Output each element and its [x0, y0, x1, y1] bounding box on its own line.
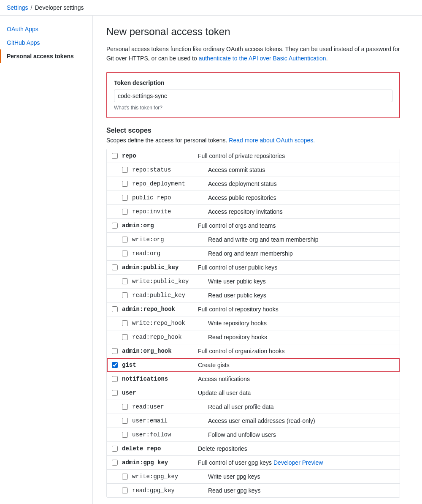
scope-name-user: user [122, 390, 198, 396]
scope-name-user-follow: user:follow [132, 431, 208, 438]
token-description-label: Token description [114, 79, 392, 86]
scope-group-admin-public-key: admin:public_key Full control of user pu… [107, 261, 400, 302]
scope-row-repo-deployment: repo_deployment Access deployment status [107, 177, 400, 191]
scope-desc-public-repo: Access public repositories [208, 194, 395, 201]
scope-desc-admin-org: Full control of orgs and teams [198, 222, 395, 229]
scope-checkbox-repo-status[interactable] [122, 167, 128, 173]
scope-desc-repo-status: Access commit status [208, 166, 395, 173]
scope-desc-repo-invite: Access repository invitations [208, 208, 395, 215]
scope-checkbox-write-repo-hook[interactable] [122, 320, 128, 326]
breadcrumb-settings-link[interactable]: Settings [7, 4, 28, 11]
scope-checkbox-admin-org-hook[interactable] [112, 348, 118, 354]
scope-checkbox-admin-gpg-key[interactable] [112, 460, 118, 466]
scope-name-write-repo-hook: write:repo_hook [132, 320, 208, 327]
sidebar-item-oauth-apps[interactable]: OAuth Apps [0, 22, 92, 36]
scopes-table: repo Full control of private repositorie… [106, 149, 400, 498]
scope-name-read-repo-hook: read:repo_hook [132, 334, 208, 341]
breadcrumb-separator: / [31, 4, 32, 11]
select-scopes-title: Select scopes [106, 127, 400, 134]
scope-desc-admin-public-key: Full control of user public keys [198, 264, 395, 271]
scope-checkbox-write-public-key[interactable] [122, 278, 128, 284]
scope-row-admin-org-hook: admin:org_hook Full control of organizat… [107, 344, 400, 358]
scope-checkbox-read-org[interactable] [122, 251, 128, 256]
scope-desc-admin-org-hook: Full control of organization hooks [198, 348, 395, 354]
scope-desc-write-org: Read and write org and team membership [208, 236, 395, 243]
intro-paragraph: Personal access tokens function like ord… [106, 44, 400, 63]
scope-desc-write-public-key: Write user public keys [208, 278, 395, 285]
scope-name-read-public-key: read:public_key [132, 292, 208, 299]
scope-row-admin-repo-hook: admin:repo_hook Full control of reposito… [107, 302, 400, 316]
scope-name-admin-repo-hook: admin:repo_hook [122, 306, 198, 313]
scope-checkbox-user-email[interactable] [122, 418, 128, 424]
scope-group-admin-gpg-key: admin:gpg_key Full control of user gpg k… [107, 456, 400, 497]
scope-checkbox-delete-repo[interactable] [112, 446, 118, 452]
scope-checkbox-repo-invite[interactable] [122, 209, 128, 215]
sidebar-item-github-apps[interactable]: GitHub Apps [0, 36, 92, 49]
scope-group-user: user Update all user data read:user Read… [107, 386, 400, 442]
scope-checkbox-write-gpg-key[interactable] [122, 474, 128, 479]
sidebar: OAuth Apps GitHub Apps Personal access t… [0, 16, 93, 504]
scope-name-read-org: read:org [132, 250, 208, 257]
scope-name-repo: repo [122, 153, 198, 159]
scope-row-admin-org: admin:org Full control of orgs and teams [107, 219, 400, 232]
dev-preview-link[interactable]: Developer Preview [273, 459, 323, 466]
scope-checkbox-read-repo-hook[interactable] [122, 334, 128, 340]
scope-desc-repo: Full control of private repositories [198, 153, 395, 159]
scope-checkbox-admin-public-key[interactable] [112, 264, 118, 270]
scope-name-repo-deployment: repo_deployment [132, 180, 208, 187]
scope-row-delete-repo: delete_repo Delete repositories [107, 442, 400, 455]
scope-row-notifications: notifications Access notifications [107, 372, 400, 386]
scope-checkbox-read-gpg-key[interactable] [122, 488, 128, 493]
scope-checkbox-admin-org[interactable] [112, 223, 118, 229]
scope-desc-read-org: Read org and team membership [208, 250, 395, 257]
scope-checkbox-gist[interactable] [112, 362, 118, 368]
scope-desc-repo-deployment: Access deployment status [208, 180, 395, 187]
scope-checkbox-public-repo[interactable] [122, 195, 128, 201]
scope-name-public-repo: public_repo [132, 194, 208, 201]
scope-desc-user-follow: Follow and unfollow users [208, 431, 395, 438]
scope-desc-write-gpg-key: Write user gpg keys [208, 473, 395, 480]
scope-row-repo-invite: repo:invite Access repository invitation… [107, 204, 400, 218]
scope-row-read-user: read:user Read all user profile data [107, 400, 400, 414]
scope-checkbox-user-follow[interactable] [122, 432, 128, 438]
oauth-scopes-link[interactable]: Read more about OAuth scopes. [229, 137, 315, 144]
scopes-description: Scopes define the access for personal to… [106, 137, 400, 144]
scope-checkbox-admin-repo-hook[interactable] [112, 306, 118, 312]
scope-name-repo-invite: repo:invite [132, 208, 208, 215]
page-title: New personal access token [106, 26, 400, 38]
scope-row-repo: repo Full control of private repositorie… [107, 149, 400, 163]
scope-checkbox-read-public-key[interactable] [122, 292, 128, 298]
scope-name-admin-public-key: admin:public_key [122, 264, 198, 271]
scope-row-read-gpg-key: read:gpg_key Read user gpg keys [107, 483, 400, 497]
scope-name-read-user: read:user [132, 403, 208, 410]
scope-desc-write-repo-hook: Write repository hooks [208, 320, 395, 327]
scope-desc-delete-repo: Delete repositories [198, 445, 395, 452]
scope-desc-user-email: Access user email addresses (read-only) [208, 417, 395, 424]
scope-checkbox-notifications[interactable] [112, 376, 118, 382]
scope-checkbox-repo-deployment[interactable] [122, 181, 128, 187]
scope-name-write-gpg-key: write:gpg_key [132, 473, 208, 480]
scope-group-admin-org-hook: admin:org_hook Full control of organizat… [107, 344, 400, 358]
scope-desc-notifications: Access notifications [198, 376, 395, 382]
scope-checkbox-write-org[interactable] [122, 237, 128, 242]
scope-row-admin-public-key: admin:public_key Full control of user pu… [107, 261, 400, 274]
scope-row-write-org: write:org Read and write org and team me… [107, 232, 400, 246]
scope-group-repo: repo Full control of private repositorie… [107, 149, 400, 219]
scope-row-read-repo-hook: read:repo_hook Read repository hooks [107, 330, 400, 344]
scope-name-write-org: write:org [132, 236, 208, 243]
api-auth-link[interactable]: authenticate to the API over Basic Authe… [199, 55, 326, 62]
scope-checkbox-repo[interactable] [112, 153, 118, 159]
scope-name-gist: gist [122, 362, 198, 368]
token-description-input[interactable] [114, 90, 392, 102]
scope-row-write-gpg-key: write:gpg_key Write user gpg keys [107, 469, 400, 483]
scope-row-read-public-key: read:public_key Read user public keys [107, 288, 400, 302]
scope-checkbox-read-user[interactable] [122, 404, 128, 410]
scope-group-notifications: notifications Access notifications [107, 372, 400, 386]
token-description-hint: What's this token for? [114, 105, 392, 111]
scope-name-read-gpg-key: read:gpg_key [132, 487, 208, 494]
scope-row-read-org: read:org Read org and team membership [107, 246, 400, 260]
sidebar-item-personal-access-tokens[interactable]: Personal access tokens [0, 49, 92, 63]
scope-row-user-follow: user:follow Follow and unfollow users [107, 428, 400, 441]
scope-row-repo-status: repo:status Access commit status [107, 163, 400, 177]
scope-checkbox-user[interactable] [112, 390, 118, 396]
